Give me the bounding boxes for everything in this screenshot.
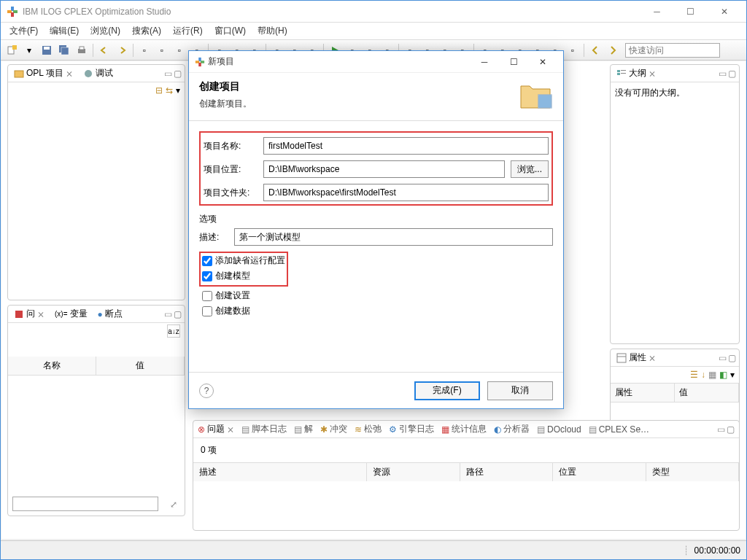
minimize-icon[interactable]: ▭ [164,309,172,319]
maximize-icon[interactable]: ▢ [728,69,736,79]
minimize-icon[interactable]: ▭ [719,69,727,79]
close-icon[interactable]: ⨯ [37,309,44,319]
back-icon[interactable] [587,42,603,58]
tab-properties[interactable]: 属性 ⨯ [614,350,659,365]
menu-file[interactable]: 文件(F) [5,23,42,39]
menu-edit[interactable]: 编辑(E) [45,23,83,39]
tab-outline[interactable]: 大纲 ⨯ [614,66,659,81]
tab-solution[interactable]: ▤解 [294,423,313,435]
tb-icon[interactable]: ▫ [154,42,170,58]
close-icon[interactable]: ⨯ [649,69,656,79]
tab-docloud[interactable]: ▤DOcloud [537,424,581,435]
tab-problems[interactable]: ⊗问题⨯ [198,423,234,435]
tab-engine-log[interactable]: ⚙引擎日志 [389,423,434,435]
redo-icon[interactable] [114,42,130,58]
col-value[interactable]: 值 [675,384,739,402]
tb-icon[interactable]: ▫ [565,42,581,58]
menu-search[interactable]: 搜索(A) [128,23,166,39]
col-description[interactable]: 描述 [193,463,367,481]
dropdown-icon[interactable]: ▾ [21,42,37,58]
dialog-title: 新项目 [208,55,470,68]
menu-help[interactable]: 帮助(H) [253,23,292,39]
maximize-button[interactable]: ☐ [674,1,707,22]
svg-rect-20 [617,354,626,362]
checkbox-settings[interactable] [202,291,212,301]
expand-icon[interactable]: ⤢ [170,499,177,510]
menu-navigate[interactable]: 浏览(N) [86,23,125,39]
window-title: IBM ILOG CPLEX Optimization Studio [23,7,640,17]
maximize-icon[interactable]: ▢ [728,353,736,363]
svg-point-14 [85,70,92,77]
prop-tb-icon[interactable]: ☰ [690,370,698,380]
collapse-icon[interactable]: ⊟ [155,85,163,96]
cplex-icon: ▤ [589,424,597,435]
finish-button[interactable]: 完成(F) [414,381,480,400]
col-property[interactable]: 属性 [611,384,675,402]
error-icon: ⊗ [198,424,205,435]
close-icon[interactable]: ⨯ [649,353,656,363]
tab-breakpoints[interactable]: ● 断点 [95,306,125,322]
filter-input[interactable] [12,497,158,511]
close-icon[interactable]: ⨯ [227,424,234,435]
menu-icon[interactable]: ▾ [730,370,735,380]
maximize-icon[interactable]: ▢ [174,69,182,79]
col-resource[interactable]: 资源 [367,463,460,481]
tb-icon[interactable]: ▫ [136,42,152,58]
col-path[interactable]: 路径 [460,463,554,481]
dialog-maximize-button[interactable]: ☐ [499,52,528,72]
minimize-button[interactable]: ─ [640,1,673,22]
menu-window[interactable]: 窗口(W) [210,23,250,39]
print-icon[interactable] [74,42,90,58]
menu-run[interactable]: 运行(R) [169,23,207,39]
prop-tb-icon[interactable]: ↓ [701,370,705,380]
tab-opl-projects[interactable]: OPL 项目 ⨯ [11,66,76,81]
minimize-icon[interactable]: ▭ [719,353,727,363]
folder-label: 项目文件夹: [204,187,258,199]
checkbox-runconfig[interactable] [202,256,212,266]
undo-icon[interactable] [96,42,112,58]
col-type[interactable]: 类型 [646,463,740,481]
minimize-icon[interactable]: ▭ [717,424,725,435]
checkbox-model[interactable] [202,271,212,281]
col-location[interactable]: 位置 [553,463,646,481]
tab-cplex[interactable]: ▤CPLEX Se… [589,424,649,435]
browse-button[interactable]: 浏览... [511,160,549,178]
stats-icon: ▦ [441,424,449,435]
col-name[interactable]: 名称 [8,357,96,375]
problem-count: 0 项 [193,438,739,462]
minimize-icon[interactable]: ▭ [164,69,172,79]
tab-problems[interactable]: 问 ⨯ [11,306,47,322]
col-value[interactable]: 值 [96,357,185,375]
dialog-close-button[interactable]: ✕ [528,52,557,72]
tab-profiler[interactable]: ◐分析器 [494,423,530,435]
close-button[interactable]: ✕ [708,1,740,22]
tab-stats[interactable]: ▦统计信息 [441,423,487,435]
new-icon[interactable] [4,42,20,58]
save-icon[interactable] [39,42,55,58]
tb-icon[interactable]: ▫ [171,42,187,58]
tab-relax[interactable]: ≋松弛 [355,423,382,435]
forward-icon[interactable] [605,42,621,58]
saveall-icon[interactable] [56,42,72,58]
menu-icon[interactable]: ▾ [176,85,180,96]
help-button[interactable]: ? [199,384,214,398]
prop-tb-icon[interactable]: ▦ [708,370,716,380]
description-input[interactable] [234,228,553,246]
tab-variables[interactable]: (x)= 变量 [52,306,90,322]
quick-access-input[interactable] [625,43,720,58]
project-location-input[interactable] [263,160,505,178]
project-name-input[interactable] [263,137,549,155]
close-icon[interactable]: ⨯ [66,69,73,79]
maximize-icon[interactable]: ▢ [727,424,735,435]
sort-icon[interactable]: a↓z [167,324,180,338]
link-icon[interactable]: ⇆ [166,85,173,96]
checkbox-data[interactable] [202,306,212,316]
tab-script-log[interactable]: ▤脚本日志 [241,423,287,435]
maximize-icon[interactable]: ▢ [174,309,182,319]
tab-conflict[interactable]: ✱冲突 [320,423,347,435]
dialog-minimize-button[interactable]: ─ [470,52,499,72]
cancel-button[interactable]: 取消 [487,381,553,400]
prop-tb-icon[interactable]: ◧ [719,370,727,380]
tab-debug[interactable]: 调试 [80,66,116,81]
dialog-header: 创建项目 创建新项目。 [189,73,563,121]
